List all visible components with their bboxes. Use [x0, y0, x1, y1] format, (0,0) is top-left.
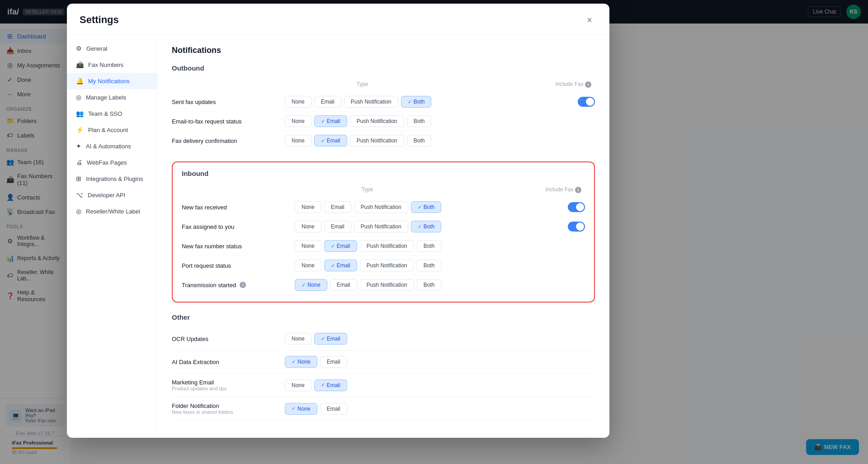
inbound-transmission-email-btn[interactable]: Email [330, 279, 357, 291]
other-ai-none-btn[interactable]: ✓ None [285, 356, 317, 368]
settings-nav-reseller-white-label-label: Reseller/White Label [86, 208, 140, 215]
inbound-new-fax-number-push-btn[interactable]: Push Notification [360, 240, 414, 252]
settings-nav-team-sso[interactable]: 👥 Team & SSO [67, 105, 157, 122]
inbound-new-fax-number-both-btn[interactable]: Both [417, 240, 442, 252]
inbound-port-request-push-btn[interactable]: Push Notification [360, 260, 414, 271]
other-ai-buttons: ✓ None Email [285, 356, 595, 368]
inbound-fax-assigned-none-btn[interactable]: None [295, 221, 321, 232]
inbound-transmission-both-btn[interactable]: Both [417, 279, 442, 291]
notifications-section-title: Notifications [172, 46, 595, 55]
inbound-new-fax-both-btn[interactable]: ✓ Both [411, 201, 442, 213]
inbound-title: Inbound [182, 170, 585, 177]
inbound-new-fax-number-none-btn[interactable]: None [295, 240, 321, 252]
settings-nav-general[interactable]: ⚙ General [67, 40, 157, 57]
other-folder-label: Folder Notification [172, 402, 285, 409]
outbound-section: Outbound Type Include Fax i Sent fax upd… [172, 64, 595, 151]
inbound-new-fax-email-btn[interactable]: Email [324, 201, 351, 213]
inbound-port-request-buttons: None ✓ Email Push Notification Both [295, 260, 562, 271]
other-ai-label: AI Data Extraction [172, 359, 285, 365]
outbound-email-to-fax-email-btn[interactable]: ✓ Email [314, 115, 347, 127]
outbound-type-label: Type [285, 81, 440, 88]
outbound-fax-delivery-email-btn[interactable]: ✓ Email [314, 135, 347, 147]
other-marketing-label-wrap: Marketing Email Product updates and tips [172, 379, 285, 391]
modal-overlay: Settings × ⚙ General 📠 Fax Numbers 🔔 My … [0, 0, 868, 464]
outbound-sent-fax-email-btn[interactable]: Email [314, 96, 341, 108]
other-ocr-email-btn[interactable]: ✓ Email [314, 333, 347, 345]
settings-nav-plan-account[interactable]: ⚡ Plan & Account [67, 122, 157, 138]
developer-api-nav-icon: ⌥ [76, 191, 83, 199]
inbound-new-fax-toggle[interactable] [568, 202, 585, 212]
inbound-row-fax-assigned: Fax assigned to you None Email Push Noti… [182, 217, 585, 237]
inbound-new-fax-toggle-container [562, 202, 585, 212]
outbound-fax-delivery-both-btn[interactable]: Both [407, 135, 432, 147]
other-marketing-none-btn[interactable]: None [285, 379, 311, 391]
inbound-fax-assigned-push-btn[interactable]: Push Notification [354, 221, 408, 232]
inbound-fax-assigned-email-btn[interactable]: Email [324, 221, 351, 232]
settings-nav-manage-labels[interactable]: ◎ Manage Labels [67, 89, 157, 105]
inbound-fax-assigned-both-btn[interactable]: ✓ Both [411, 221, 442, 232]
inbound-fax-assigned-toggle[interactable] [568, 222, 585, 232]
inbound-fax-assigned-toggle-container [562, 222, 585, 232]
settings-nav-general-label: General [86, 45, 107, 52]
inbound-section: Inbound Type Include Fax i New fax recei… [172, 161, 595, 303]
inbound-port-request-none-btn[interactable]: None [295, 260, 321, 271]
outbound-email-to-fax-push-btn[interactable]: Push Notification [350, 115, 404, 127]
inbound-new-fax-number-email-btn[interactable]: ✓ Email [324, 240, 357, 252]
settings-nav-developer-api[interactable]: ⌥ Developer API [67, 187, 157, 203]
outbound-fax-delivery-label: Fax delivery confirmation [172, 137, 285, 144]
inbound-transmission-push-btn[interactable]: Push Notification [360, 279, 414, 291]
outbound-email-to-fax-none-btn[interactable]: None [285, 115, 311, 127]
team-sso-nav-icon: 👥 [76, 110, 84, 117]
inbound-row-transmission: Transmission started i ✓ None Email Push… [182, 275, 585, 294]
settings-nav-integrations[interactable]: ⊞ Integrations & Plugins [67, 170, 157, 187]
fax-numbers-nav-icon: 📠 [76, 61, 84, 68]
settings-nav-webfax-pages[interactable]: 🖨 WebFax Pages [67, 154, 157, 170]
other-ai-email-btn[interactable]: Email [320, 356, 347, 368]
outbound-row-fax-delivery: Fax delivery confirmation None ✓ Email P… [172, 131, 595, 151]
settings-nav-fax-numbers[interactable]: 📠 Fax Numbers [67, 57, 157, 73]
inbound-include-fax-text: Include Fax [546, 186, 574, 193]
settings-nav-plan-account-label: Plan & Account [88, 127, 128, 133]
outbound-sent-fax-toggle[interactable] [578, 97, 595, 107]
transmission-info-icon[interactable]: i [240, 282, 246, 288]
settings-nav: ⚙ General 📠 Fax Numbers 🔔 My Notificatio… [67, 35, 157, 438]
inbound-new-fax-buttons: None Email Push Notification ✓ Both [295, 201, 562, 213]
inbound-row-new-fax: New fax received None Email Push Notific… [182, 198, 585, 217]
outbound-email-to-fax-both-btn[interactable]: Both [407, 115, 432, 127]
outbound-fax-delivery-buttons: None ✓ Email Push Notification Both [285, 135, 572, 147]
outbound-fax-delivery-none-btn[interactable]: None [285, 135, 311, 147]
outbound-fax-delivery-push-btn[interactable]: Push Notification [350, 135, 404, 147]
inbound-new-fax-push-btn[interactable]: Push Notification [354, 201, 408, 213]
inbound-fax-assigned-buttons: None Email Push Notification ✓ Both [295, 221, 562, 232]
settings-content: Notifications Outbound Type Include Fax … [157, 35, 609, 438]
inbound-transmission-buttons: ✓ None Email Push Notification Both [295, 279, 562, 291]
inbound-new-fax-none-btn[interactable]: None [295, 201, 321, 213]
other-row-marketing: Marketing Email Product updates and tips… [172, 374, 595, 397]
outbound-name-col [172, 81, 285, 88]
settings-nav-ai-automations[interactable]: ✦ AI & Automations [67, 138, 157, 154]
outbound-sent-fax-push-btn[interactable]: Push Notification [344, 96, 398, 108]
settings-nav-developer-api-label: Developer API [88, 192, 125, 199]
inbound-transmission-none-btn[interactable]: ✓ None [295, 279, 327, 291]
general-icon: ⚙ [76, 45, 82, 52]
other-ocr-none-btn[interactable]: None [285, 333, 311, 345]
other-folder-label-wrap: Folder Notification New faxes in shared … [172, 402, 285, 415]
inbound-port-request-both-btn[interactable]: Both [417, 260, 442, 271]
other-row-ocr: OCR Updates None ✓ Email [172, 327, 595, 350]
other-folder-email-btn[interactable]: Email [320, 403, 347, 415]
settings-nav-integrations-label: Integrations & Plugins [86, 175, 143, 182]
inbound-type-label: Type [295, 186, 440, 193]
outbound-sent-fax-none-btn[interactable]: None [285, 96, 311, 108]
outbound-sent-fax-both-btn[interactable]: ✓ Both [401, 96, 432, 108]
other-marketing-email-btn[interactable]: ✓ Email [314, 379, 347, 391]
inbound-port-request-email-btn[interactable]: ✓ Email [324, 260, 357, 271]
settings-nav-my-notifications[interactable]: 🔔 My Notifications [67, 73, 157, 89]
inbound-include-fax-info-icon[interactable]: i [575, 187, 581, 193]
other-folder-none-btn[interactable]: ✓ None [285, 403, 317, 415]
inbound-port-request-label: Port request status [182, 262, 295, 269]
outbound-email-to-fax-buttons: None ✓ Email Push Notification Both [285, 115, 572, 127]
other-ocr-label: OCR Updates [172, 336, 285, 342]
settings-nav-reseller-white-label[interactable]: ◎ Reseller/White Label [67, 203, 157, 219]
modal-close-button[interactable]: × [582, 13, 597, 27]
outbound-include-fax-info-icon[interactable]: i [585, 81, 591, 88]
